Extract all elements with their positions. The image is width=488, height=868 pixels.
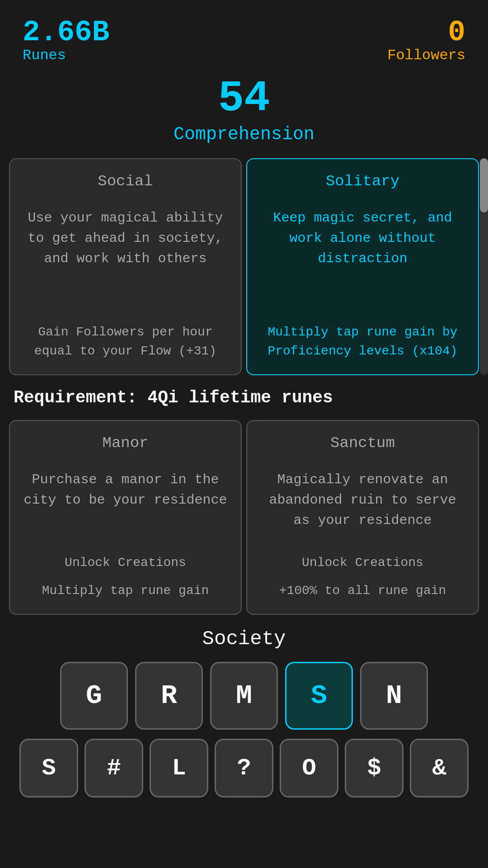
scrollbar[interactable] <box>480 158 488 375</box>
sanctum-card-description: Magically renovate an abandoned ruin to … <box>258 470 467 531</box>
runes-section: 2.66B Runes <box>23 18 109 64</box>
solitary-card-description: Keep magic secret, and work alone withou… <box>258 208 467 314</box>
social-card-description: Use your magical ability to get ahead in… <box>21 208 230 314</box>
key-r[interactable]: R <box>135 662 203 730</box>
sanctum-card-effect2: +100% to all rune gain <box>258 581 467 600</box>
manor-card-title: Manor <box>21 434 230 452</box>
keyboard-row2: S # L ? O $ & <box>0 734 488 802</box>
key-l[interactable]: L <box>150 739 208 797</box>
runes-value: 2.66B <box>23 18 109 47</box>
followers-value: 0 <box>448 18 465 47</box>
requirement-section: Requirement: 4Qi lifetime runes <box>0 375 488 420</box>
key-n[interactable]: N <box>360 662 428 730</box>
sanctum-card-effect1: Unlock Creations <box>258 553 467 572</box>
key-ampersand[interactable]: & <box>410 739 469 797</box>
manor-card-effect1: Unlock Creations <box>21 553 230 572</box>
keyboard-row1: G R M S N <box>0 657 488 734</box>
header: 2.66B Runes 0 Followers <box>0 0 488 73</box>
bottom-label: Society <box>0 615 488 657</box>
followers-label: Followers <box>387 47 465 64</box>
sanctum-card-title: Sanctum <box>258 434 467 452</box>
social-card-effect: Gain Followers per hour equal to your Fl… <box>21 323 230 361</box>
solitary-card-effect: Multiply tap rune gain by Proficiency le… <box>258 323 467 361</box>
comprehension-section: 54 Comprehension <box>0 77 488 145</box>
cards-row1-container: Social Use your magical ability to get a… <box>0 158 488 375</box>
key-s2[interactable]: S <box>19 739 78 797</box>
followers-section: 0 Followers <box>387 18 465 64</box>
key-dollar[interactable]: $ <box>345 739 404 797</box>
social-card-title: Social <box>21 173 230 190</box>
cards-row2-container: Manor Purchase a manor in the city to be… <box>0 420 488 615</box>
key-s-active[interactable]: S <box>285 662 353 730</box>
social-card[interactable]: Social Use your magical ability to get a… <box>9 158 242 375</box>
comprehension-label: Comprehension <box>0 124 488 145</box>
requirement-text: Requirement: 4Qi lifetime runes <box>14 388 333 407</box>
key-o[interactable]: O <box>280 739 338 797</box>
key-g[interactable]: G <box>60 662 128 730</box>
manor-card-description: Purchase a manor in the city to be your … <box>21 470 230 531</box>
comprehension-value: 54 <box>0 77 488 121</box>
sanctum-card[interactable]: Sanctum Magically renovate an abandoned … <box>246 420 479 615</box>
scrollbar-thumb <box>480 158 488 212</box>
key-m[interactable]: M <box>210 662 278 730</box>
manor-card[interactable]: Manor Purchase a manor in the city to be… <box>9 420 242 615</box>
runes-label: Runes <box>23 47 109 64</box>
solitary-card-title: Solitary <box>258 173 467 190</box>
key-hash[interactable]: # <box>84 739 143 797</box>
solitary-card[interactable]: Solitary Keep magic secret, and work alo… <box>246 158 479 375</box>
manor-card-effect2: Multiply tap rune gain <box>21 581 230 600</box>
key-question[interactable]: ? <box>215 739 273 797</box>
